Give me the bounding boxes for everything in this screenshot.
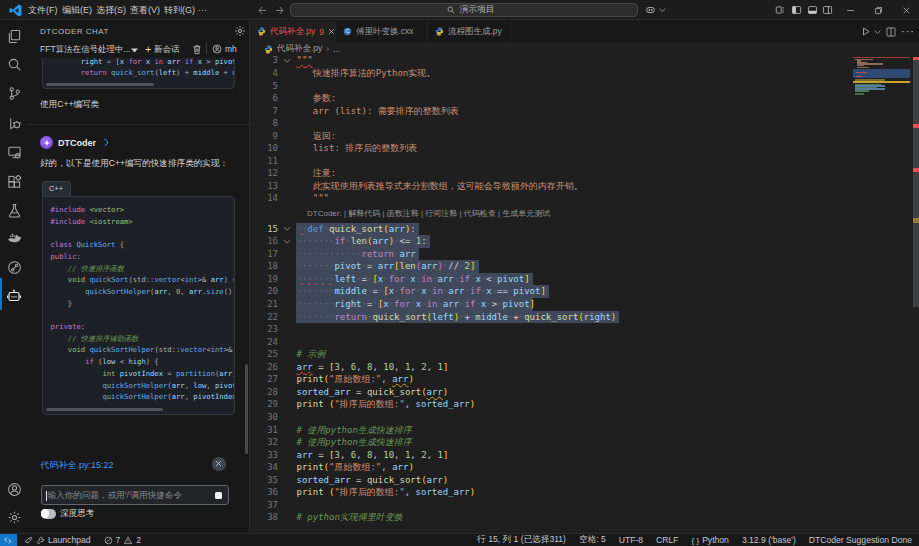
code-line-34: 34print("原始数组:", arr) [250,461,919,474]
docker-icon[interactable] [0,225,28,251]
tab-code-completion[interactable]: 代码补全.py 9 [250,21,336,42]
code-line-27: 27print("原始数组:", arr) [250,373,919,386]
code-language-tab[interactable]: C++ [42,181,71,196]
line-number: 29 [250,398,278,411]
codelens-actions[interactable]: DTCoder: | 解释代码 | 函数注释 | 行间注释 | 代码检查 | 生… [307,208,550,219]
chat-code-line: } [51,298,73,310]
code-line-17: 17············return·arr [250,248,919,261]
search-icon[interactable] [0,51,28,77]
tab-close-icon[interactable] [328,28,335,35]
cursor-position[interactable]: 行 15, 列 1 (已选择311) [477,534,566,546]
line-number: 21 [250,298,278,311]
dtcoder-chat-icon[interactable] [0,283,28,309]
fold-chevron-icon[interactable] [283,238,291,245]
code-line-36: 36print ("排序后的数组:", sorted_arr) [250,486,919,499]
h-scrollbar[interactable] [45,408,232,411]
remote-explorer-icon[interactable] [0,139,28,165]
python-interpreter[interactable]: 3.12.9 ('base') [742,535,796,545]
toggle-secondary-sidebar-icon[interactable] [821,0,833,20]
line-number: 19 [250,273,278,286]
line-number: 13 [250,180,278,193]
minimap[interactable] [853,56,912,533]
code-line-21: 21·······right·=·[x·for·x·in·arr·if·x·>·… [250,298,919,311]
eol-sequence[interactable]: CRLF [656,535,678,545]
breadcrumb-file[interactable]: 代码补全.py [277,43,322,55]
chat-scrollbar[interactable] [245,364,248,454]
new-session-button[interactable]: 新会话 [154,44,180,56]
active-indicator [0,278,2,310]
launchpad-item[interactable]: Launchpad [24,535,91,545]
run-button-icon[interactable] [861,26,871,37]
customize-layout-icon[interactable] [774,0,786,20]
gauge-icon[interactable] [0,254,28,280]
line-number: 11 [250,155,278,168]
code-line-4: 4 快速排序算法的Python实现。 [250,67,919,80]
close-icon[interactable] [899,0,913,20]
problems-item[interactable]: 7 2 [104,535,142,545]
warning-count: 2 [136,535,141,545]
code-line-38: 38# python实现傅里叶变换 [250,511,919,524]
code-line-5: 5 [250,80,919,93]
context-file-chip[interactable]: 代码补全.py:15:22 [41,459,114,472]
command-center-text: 演示项目 [459,4,494,16]
account-avatar-icon[interactable] [212,44,222,54]
chat-code-line: class QuickSort { [51,239,125,251]
command-center[interactable]: 演示项目 [290,3,638,17]
toggle-sidebar-icon[interactable] [790,0,802,20]
line-number: 26 [250,361,278,374]
h-scrollbar[interactable] [45,83,232,86]
code-line-14: 14 """ [250,192,919,205]
copilot-chevron-icon[interactable] [658,0,667,20]
assistant-name: DTCoder [58,138,96,148]
toggle-panel-icon[interactable] [806,0,818,20]
line-number: 32 [250,436,278,449]
context-close-button[interactable] [212,457,226,471]
stop-generation-button[interactable] [215,492,222,499]
run-debug-icon[interactable] [0,110,28,136]
new-session-plus-icon[interactable]: + [145,43,151,55]
chat-code-line: private: [51,321,86,333]
session-selector[interactable]: FFT算法在信号处理中... [40,44,131,56]
testing-icon[interactable] [0,197,28,223]
chat-settings-gear-icon[interactable] [234,25,246,37]
ruler-mark [913,124,919,128]
indentation[interactable]: 空格: 5 [579,534,606,546]
menu-more[interactable]: ··· [192,0,213,20]
copilot-icon[interactable] [644,0,657,20]
tab-fourier-transform[interactable]: C 傅里叶变换.cxx [336,21,428,42]
deep-think-toggle[interactable] [41,509,57,519]
nav-back-icon[interactable] [255,0,269,20]
extensions-icon[interactable] [0,169,28,195]
more-actions-icon[interactable]: ··· [901,25,915,37]
chat-input-placeholder: 输入你的问题，或用'/'调用快捷命令 [48,486,183,504]
explorer-icon[interactable] [0,23,28,49]
maximize-icon[interactable] [871,0,885,20]
split-editor-icon[interactable] [886,27,896,37]
breadcrumb-more[interactable]: ... [333,44,340,54]
remote-indicator[interactable] [0,534,17,546]
fold-chevron-icon[interactable] [283,57,291,64]
language-mode[interactable]: { } Python [692,535,729,545]
nav-forward-icon[interactable] [273,0,287,20]
chat-conversation: right = [x for x in arr if x > pivot] re… [28,58,249,533]
close-icon [215,460,222,467]
minimize-icon[interactable] [843,0,857,20]
account-icon[interactable] [0,476,28,502]
source-control-icon[interactable] [0,80,28,106]
tab-flowchart[interactable]: 流程图生成.py [428,21,511,42]
settings-gear-icon[interactable] [0,504,28,530]
dtcoder-status[interactable]: DTCoder Suggestion Done [809,535,912,545]
chat-code-line: if (low < high) { [51,356,159,368]
scrollbar-slider[interactable] [913,58,919,307]
account-name[interactable]: mh [225,44,237,54]
overview-ruler[interactable] [912,56,919,533]
error-count: 7 [116,535,121,545]
chat-input-box[interactable]: 输入你的问题，或用'/'调用快捷命令 [41,485,229,505]
encoding[interactable]: UTF-8 [619,535,643,545]
code-viewport[interactable]: 3"""4 快速排序算法的Python实现。56 参数:7 arr (list)… [250,56,919,533]
run-dropdown-icon[interactable] [874,29,881,35]
chat-code-line: quickSortHelper(arr, 0, arr.size() - 1); [51,286,235,298]
fold-chevron-icon[interactable] [283,225,291,232]
delete-session-icon[interactable] [192,44,202,55]
session-dropdown-icon[interactable] [131,48,138,53]
